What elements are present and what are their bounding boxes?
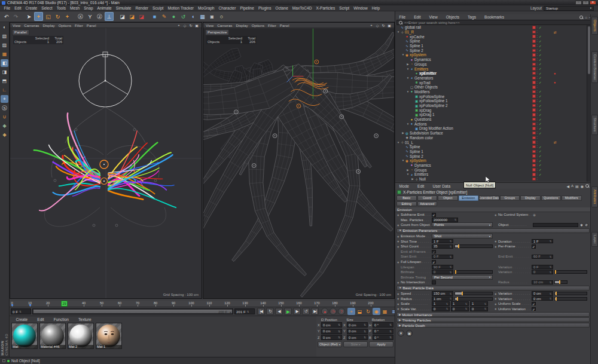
visibility-dots-icon[interactable]: ⁚ [537,90,538,93]
menu-plugins[interactable]: Plugins [256,6,273,10]
lock-z-axis-icon[interactable]: Z [95,12,104,21]
enable-axis-icon[interactable]: ∟ [1,86,8,94]
enabled-check-icon[interactable]: ✓ [539,159,542,163]
visibility-dots-icon[interactable]: ⁚ [537,127,538,130]
value-field[interactable]: 10 cm⇅ [532,280,553,285]
tree-item-generators[interactable]: ▼◕Generators⁚✓ [395,76,598,81]
material-menu-create[interactable]: Create [14,317,30,322]
pan-view-icon[interactable]: + [369,23,374,27]
menu-window[interactable]: Window [352,6,370,10]
enabled-check-icon[interactable]: ✓ [539,122,542,126]
layer-color-chip[interactable] [532,90,536,94]
enabled-check-icon[interactable]: ✓ [539,90,542,93]
visibility-dots-icon[interactable]: ⁚ [537,77,538,79]
make-editable-icon[interactable]: ◐ [1,23,8,31]
visibility-dots-icon[interactable]: ⁚ [537,150,538,153]
menu-tools[interactable]: Tools [54,6,68,10]
visibility-dots-icon[interactable]: ⁚ [537,109,538,112]
xref-tag-icon[interactable]: ⇄ [554,140,557,145]
visibility-dots-icon[interactable]: ⁚ [537,39,538,42]
menu-animate[interactable]: Animate [95,6,114,10]
material-mat[interactable]: Mat [11,323,38,349]
menu-edit[interactable]: Edit [13,6,23,10]
enabled-check-icon[interactable]: ✓ [539,163,542,167]
value-slider[interactable] [554,270,587,274]
coord-field-size-y[interactable]: 0 cm⇅ [347,329,368,334]
value-slider[interactable] [454,292,493,295]
coord-field-position-y[interactable]: 0 cm⇅ [321,329,342,334]
menu-create[interactable]: Create [23,6,39,10]
timeline-ruler[interactable]: 0102040506070809010011012013014015016017… [10,301,395,307]
value-field[interactable]: 0⇅ [532,270,553,274]
minimize-button[interactable]: – [575,1,582,5]
section-basic-particle-data[interactable]: ▼Basic Particle Data [396,286,590,290]
tree-item-xpsystem[interactable]: ▼◉xpSystem⁚✓ [395,158,598,163]
tree-item-subdivision-surface[interactable]: ▶◍Subdivision Surface⁚✓ [395,131,598,136]
layer-color-chip[interactable] [532,81,536,84]
tree-item-01-r[interactable]: ▼⊹01_R⁚⇄ [395,30,598,35]
tree-item-spline-1[interactable]: ∿Spline 1⁚✓ [395,149,598,154]
visibility-dots-icon[interactable]: ⁚ [537,30,538,33]
reset-object-icon[interactable]: ↺ [584,223,588,227]
value-field[interactable]: 0⇅ [451,307,469,311]
attribute-tab-object[interactable]: Object [438,195,458,201]
attribute-tab-editing[interactable]: Editing [396,201,417,207]
attribute-tab-questions[interactable]: Questions [541,195,562,201]
visibility-dots-icon[interactable]: ⁚ [537,95,538,98]
current-frame-field[interactable]: 0 F⇅ [11,308,31,314]
coord-field-position-z[interactable]: 0 cm⇅ [321,335,342,340]
material-mat-1[interactable]: Mat 1 [96,323,122,349]
visibility-dots-icon[interactable]: ⁚ [537,178,538,181]
tree-item-random-color[interactable]: ◈Random color⁚ [395,136,598,140]
add-cube-object-icon[interactable]: ■ [150,12,159,21]
section-thinking-particles[interactable]: ▶Thinking Particles [396,317,590,322]
coord-field-size-x[interactable]: 0 cm⇅ [347,322,368,328]
enabled-check-icon[interactable]: ✓ [539,94,542,98]
visibility-dots-icon[interactable]: ⁚ [537,123,538,126]
visibility-dots-icon[interactable]: ⁚ [537,173,538,176]
tree-item-xpsystem[interactable]: ▼◉xpSystem⁚✓ [395,53,598,57]
om-lock-icon[interactable]: ⌂ [585,16,587,19]
am-menu-user-data[interactable]: User Data [431,184,453,188]
maximize-button[interactable]: □ [582,1,589,5]
menu-sculpt[interactable]: Sculpt [151,6,166,10]
visibility-dots-icon[interactable]: ⁚ [537,104,538,107]
add-modifier-icon[interactable]: ↺ [179,12,188,21]
attribute-tab-coord[interactable]: Coord [417,195,438,201]
layer-color-chip[interactable] [532,58,536,62]
key-scale-toggle[interactable]: ⬓ [356,308,364,315]
points-mode-icon[interactable]: ◧ [1,59,8,67]
control-system-icon[interactable]: ⊕ [533,213,536,217]
layer-color-chip[interactable] [532,113,536,117]
viewport-label[interactable]: Perspective [205,29,229,35]
value-slider[interactable] [454,297,493,301]
model-mode-icon[interactable]: ▧ [1,32,8,40]
layer-color-chip[interactable] [532,123,536,126]
value-field[interactable]: 1⇅ [432,301,450,306]
texture-tile-1-icon[interactable]: ◆ [1,122,8,130]
checkbox[interactable]: ✓ [532,302,536,306]
layer-color-chip[interactable] [532,94,536,98]
value-field[interactable]: 0 cm⇅ [532,291,553,296]
menu-maxtoc4d[interactable]: MaxToC4D [290,6,314,10]
previous-frame-button[interactable]: ◀ [275,308,283,315]
viewport-solo-icon[interactable]: ⌖ [1,95,8,103]
live-selection-icon[interactable]: ➤ [25,12,33,21]
redo-icon[interactable]: ↷ [11,12,20,21]
lock-x-axis-icon[interactable]: X [76,12,85,21]
coord-field-rotation-b[interactable]: 0 °⇅ [373,335,393,340]
magnet-snap-icon[interactable]: ∪ [1,113,8,121]
vp-left-menu-filter[interactable]: Filter [75,23,83,27]
polygons-mode-icon[interactable]: ⬒ [1,77,8,85]
visibility-dots-icon[interactable]: ⁚ [537,99,538,102]
side-tab-content-browser[interactable]: Content Browser [591,51,598,83]
menu-pipeline[interactable]: Pipeline [238,6,256,10]
viewport-label[interactable]: Parallel [12,29,29,35]
xp-tag-icon[interactable]: ● [554,80,556,85]
coord-field-position-x[interactable]: 0 cm⇅ [321,322,342,328]
menu-motion-tracker[interactable]: Motion Tracker [166,6,196,10]
am-search-icon[interactable] [585,184,589,188]
visibility-dots-icon[interactable]: ⁚ [537,68,538,71]
value-field[interactable]: 0 cm⇅ [532,296,553,301]
apply-button[interactable]: Apply [369,341,393,347]
